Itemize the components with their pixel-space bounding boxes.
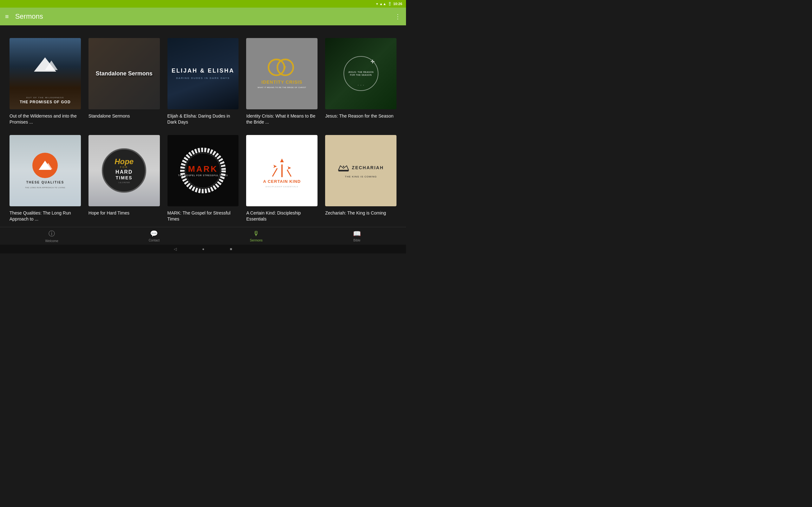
sermon-card-qualities[interactable]: THESE QUALITIES THE LONG RUN APPROACH TO…: [9, 135, 81, 222]
app-title: Sermons: [15, 12, 395, 20]
sermon-card-mark[interactable]: MARK THE GOSPEL FOR STRESSFUL TIMES MARK…: [167, 135, 239, 222]
app-bar: ≡ Sermons ⋮: [0, 8, 406, 25]
sermon-list: OUT OF THE WILDERNESS THE PROMISES OF GO…: [0, 25, 406, 228]
bible-icon: 📖: [353, 230, 361, 237]
contact-icon: 💬: [150, 230, 158, 237]
sermon-title-zechariah: Zechariah: The King is Coming: [325, 210, 397, 216]
sermon-card-standalone[interactable]: Standalone Sermons Standalone Sermons: [89, 38, 160, 125]
sermon-thumbnail-identity: ✝ IDENTITY CRISIS WHAT IT MEANS TO BE TH…: [246, 38, 317, 109]
sermon-thumbnail-zechariah: ZECHARIAH THE KING IS COMING: [325, 135, 397, 206]
sermon-grid: OUT OF THE WILDERNESS THE PROMISES OF GO…: [9, 38, 397, 222]
standalone-label: Standalone Sermons: [96, 70, 153, 77]
sermon-title-certain: A Certain Kind: Discipleship Essentials: [246, 210, 317, 222]
sermon-card-identity[interactable]: ✝ IDENTITY CRISIS WHAT IT MEANS TO BE TH…: [246, 38, 317, 125]
system-navigation: ◁ ● ■: [0, 245, 406, 253]
welcome-icon: ⓘ: [49, 229, 55, 238]
sermon-thumbnail-hope: Hope FOR HARD TIMES 1 & 2 PETER: [89, 135, 160, 206]
home-button[interactable]: ●: [202, 247, 204, 251]
recents-button[interactable]: ■: [230, 247, 232, 251]
nav-item-contact[interactable]: 💬 Contact: [142, 227, 166, 245]
sermon-title-mark: MARK: The Gospel for Stressful Times: [167, 210, 239, 222]
wifi-icon: ▾: [376, 2, 378, 6]
hamburger-menu-button[interactable]: ≡: [5, 13, 9, 20]
nav-item-bible[interactable]: 📖 Bible: [347, 227, 367, 245]
sermon-title-qualities: These Qualities: The Long Run Approach t…: [9, 210, 81, 222]
sermon-thumbnail-elijah: ELIJAH & ELISHA DARING DUDES IN DARK DAY…: [167, 38, 239, 109]
sermon-card-zechariah[interactable]: ZECHARIAH THE KING IS COMING Zechariah: …: [325, 135, 397, 222]
status-icons: ▾ ▲▲ 🔋 10:26: [376, 2, 402, 6]
sermon-thumbnail-qualities: THESE QUALITIES THE LONG RUN APPROACH TO…: [9, 135, 81, 206]
svg-rect-7: [339, 170, 349, 171]
sermon-title-standalone: Standalone Sermons: [89, 113, 160, 119]
sermon-thumbnail-mark: MARK THE GOSPEL FOR STRESSFUL TIMES: [167, 135, 239, 206]
sermon-title-hope: Hope for Hard Times: [89, 210, 160, 216]
sermon-thumbnail-wilderness: OUT OF THE WILDERNESS THE PROMISES OF GO…: [9, 38, 81, 109]
nav-label-welcome: Welcome: [45, 239, 58, 243]
status-bar: ▾ ▲▲ 🔋 10:26: [0, 0, 406, 8]
sermon-card-jesus[interactable]: ✛ JESUS: THE REASON FOR THE SEASON ● ● ●…: [325, 38, 397, 125]
sermon-thumbnail-standalone: Standalone Sermons: [89, 38, 160, 109]
crown-icon: [338, 163, 349, 172]
bottom-navigation: ⓘ Welcome 💬 Contact 🎙 Sermons 📖 Bible: [0, 227, 406, 245]
sermon-card-wilderness[interactable]: OUT OF THE WILDERNESS THE PROMISES OF GO…: [9, 38, 81, 125]
nav-label-sermons: Sermons: [250, 239, 263, 242]
status-time: 10:26: [393, 2, 402, 6]
battery-icon: 🔋: [388, 2, 392, 6]
sermon-card-hope[interactable]: Hope FOR HARD TIMES 1 & 2 PETER Hope for…: [89, 135, 160, 222]
sermon-card-elijah[interactable]: ELIJAH & ELISHA DARING DUDES IN DARK DAY…: [167, 38, 239, 125]
sermon-title-identity: Identity Crisis: What it Means to Be the…: [246, 113, 317, 125]
nav-label-contact: Contact: [149, 239, 159, 242]
sermons-icon: 🎙: [253, 230, 259, 237]
sermon-thumbnail-certain: ➤ ▲ ➤ A CERTAIN KIND DISCIPLESHIP ESSENT…: [246, 135, 317, 206]
nav-item-welcome[interactable]: ⓘ Welcome: [39, 227, 65, 245]
more-options-button[interactable]: ⋮: [395, 13, 401, 20]
sermon-title-elijah: Elijah & Elisha: Daring Dudes in Dark Da…: [167, 113, 239, 125]
back-button[interactable]: ◁: [174, 247, 177, 251]
sermon-card-certain[interactable]: ➤ ▲ ➤ A CERTAIN KIND DISCIPLESHIP ESSENT…: [246, 135, 317, 222]
nav-item-sermons[interactable]: 🎙 Sermons: [244, 228, 269, 245]
sermon-title-wilderness: Out of the Wilderness and into the Promi…: [9, 113, 81, 125]
signal-icon: ▲▲: [379, 2, 386, 6]
nav-label-bible: Bible: [353, 239, 360, 242]
sermon-thumbnail-jesus: ✛ JESUS: THE REASON FOR THE SEASON ● ● ●: [325, 38, 397, 109]
sermon-title-jesus: Jesus: The Reason for the Season: [325, 113, 397, 119]
svg-point-8: [343, 166, 344, 167]
